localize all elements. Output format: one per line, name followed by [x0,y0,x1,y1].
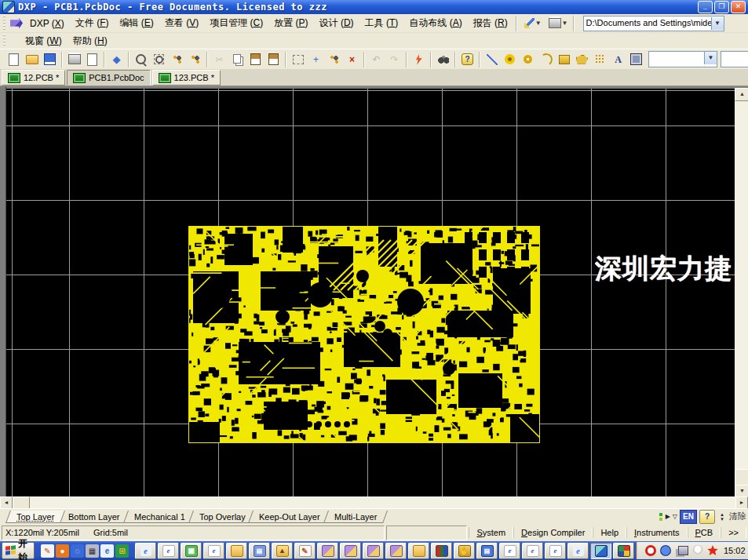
statusbar-button-help[interactable]: Help [593,527,626,538]
layer-tab-bottom-layer[interactable]: Bottom Layer [57,511,130,523]
filter-icon[interactable]: ▽ [673,513,677,520]
open-button[interactable] [23,51,41,68]
print-button[interactable] [65,51,83,68]
menu-item-0[interactable]: DXP (X) [24,16,70,31]
taskbar-button-9[interactable] [340,543,361,559]
interactive-route-button[interactable] [410,51,428,68]
taskbar-button-20[interactable] [590,543,611,559]
tray-redring-icon[interactable] [645,545,656,556]
tray-network-icon[interactable] [678,546,688,555]
taskbar-button-0[interactable]: e [135,543,156,559]
menu-item-9[interactable]: 报告 (R) [468,15,513,31]
taskbar-button-16[interactable]: e [499,543,520,559]
clear-label[interactable]: 清除 [729,511,746,522]
layer-tab-multi-layer[interactable]: Multi-Layer [323,511,388,523]
fit-selection-button[interactable] [186,51,204,68]
new-document-button[interactable] [5,51,23,68]
help-button[interactable]: ? [458,51,476,68]
place-via-button[interactable] [519,51,537,68]
document-tab-2[interactable]: 123.PCB * [152,70,221,85]
document-tab-1[interactable]: PCB1.PcbDoc [67,70,150,85]
clear-filter-button[interactable]: × [343,51,361,68]
pcb-artwork[interactable] [188,226,540,443]
windows-icon[interactable]: ⊞ [115,544,129,558]
close-button[interactable]: ✕ [731,1,746,13]
taskbar-button-6[interactable]: ▲ [272,543,293,559]
taskbar-button-13[interactable] [431,543,452,559]
find-similar-button[interactable] [434,51,452,68]
taskbar-button-18[interactable]: e [545,543,566,559]
place-arc-button[interactable] [537,51,555,68]
menu-grip-2[interactable] [2,35,6,47]
place-component-button[interactable] [627,51,645,68]
scroll-up-icon[interactable]: ▲ [735,88,748,101]
tray-whitebulb-icon[interactable] [692,545,703,556]
path-combobox[interactable]: D:\Documents and Settings\midea\桌面 ▼ [583,16,724,31]
menu-item-row2-1[interactable]: 帮助 (H) [68,33,113,49]
vertical-scroll-thumb[interactable] [735,469,748,486]
taskbar-button-4[interactable] [226,543,247,559]
start-button[interactable]: 开始 [2,542,35,559]
msn-icon[interactable]: ◌ [71,544,84,558]
statusbar-button-design-compiler[interactable]: Design Compiler [513,527,593,538]
print-button[interactable]: ▼ [549,18,571,28]
layer-tab-keep-out-layer[interactable]: Keep-Out Layer [248,511,330,523]
statusbar-button-pcb[interactable]: PCB [688,527,721,538]
place-line-button[interactable] [483,51,501,68]
fit-document-button[interactable] [168,51,186,68]
panel-arrow-icon[interactable]: ▶ [666,513,670,520]
taskbar-button-19[interactable]: e [567,543,589,559]
taskbar-button-8[interactable] [317,543,338,559]
toolbar-combobox-dropdown-icon-0[interactable]: ▼ [704,52,717,64]
toolbar-combobox-1[interactable]: ▼ [721,51,748,67]
tray-bluecircle-icon[interactable] [660,545,671,556]
taskbar-button-2[interactable]: ▣ [181,543,202,559]
scroll-right-icon[interactable]: ► [735,496,748,508]
taskbar-button-11[interactable] [385,543,407,559]
zoom-selection-button[interactable] [150,51,168,68]
taskbar-button-1[interactable]: e [158,543,179,559]
place-array-button[interactable] [591,51,609,68]
document-tab-0[interactable]: 12.PCB * [2,70,65,85]
menu-item-4[interactable]: 项目管理 (C) [204,15,268,31]
menu-item-7[interactable]: 工具 (T) [359,15,404,31]
statusbar-button-system[interactable]: System [469,527,513,538]
place-pad-button[interactable] [501,51,519,68]
restore-button[interactable]: ❐ [714,1,729,13]
vertical-scrollbar[interactable]: ▲ ▼ [735,88,748,496]
statusbar-button-instruments[interactable]: Instruments [626,527,687,538]
path-dropdown-icon[interactable]: ▼ [711,17,724,30]
taskbar-button-21[interactable] [613,543,634,559]
taskbar-button-7[interactable]: ✎ [294,543,316,559]
pcb-canvas[interactable]: 深圳宏力捷 ▲ ▼ ◄ ► [0,86,748,508]
tray-redburst-icon[interactable] [707,545,718,556]
taskbar-button-14[interactable]: ✋ [454,543,475,559]
language-indicator[interactable]: EN [680,510,697,524]
menu-item-1[interactable]: 文件 (F) [70,15,115,31]
place-text-button[interactable]: A [609,51,627,68]
minimize-button[interactable]: _ [698,1,713,13]
horizontal-scrollbar[interactable]: ◄ ► [0,496,748,508]
taskbar-button-10[interactable] [363,543,384,559]
media-player-icon[interactable]: ● [56,544,69,558]
layer-tab-top-overlay[interactable]: Top Overlay [188,511,257,523]
paste-button[interactable] [246,51,265,68]
language-help-button[interactable]: ? [699,510,715,524]
taskbar-button-5[interactable]: ▤ [249,543,270,559]
language-options-icon[interactable]: ▲▼ [717,511,727,523]
menu-item-5[interactable]: 放置 (P) [268,15,313,31]
statusbar-button--[interactable]: >> [721,527,746,538]
place-polygon-button[interactable] [573,51,591,68]
zoom-area-button[interactable] [132,51,150,68]
dropdown-arrow-icon[interactable]: ▼ [535,20,542,27]
dropdown-arrow-icon[interactable]: ▼ [562,20,568,27]
utility-icon[interactable]: ▦ [86,544,99,558]
place-fill-button[interactable] [555,51,573,68]
taskbar-button-12[interactable] [408,543,429,559]
show-desktop-icon[interactable]: ✎ [41,544,54,558]
move-button[interactable]: + [307,51,325,68]
menu-item-8[interactable]: 自动布线 (A) [403,15,467,31]
taskbar-button-17[interactable]: e [522,543,543,559]
menu-item-2[interactable]: 编辑 (E) [115,15,159,31]
menu-item-6[interactable]: 设计 (D) [314,15,359,31]
